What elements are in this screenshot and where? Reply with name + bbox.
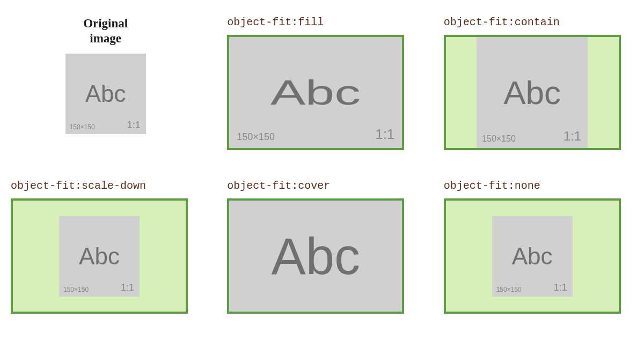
label-contain: object-fit:contain	[444, 16, 560, 28]
object-fit-demo-grid: Original image Abc 150×150 1:1 object-fi…	[11, 16, 633, 314]
cell-fill: object-fit:fill Abc 150×150 1:1	[227, 16, 416, 150]
sample-ratio: 1:1	[564, 129, 581, 144]
box-none: Abc 150×150 1:1	[444, 198, 621, 314]
sample-ratio: 1:1	[121, 282, 134, 293]
sample-text: Abc	[85, 80, 126, 107]
sample-image-original: Abc 150×150 1:1	[65, 54, 146, 134]
sample-ratio: 1:1	[554, 282, 567, 293]
cell-scale-down: object-fit:scale-down Abc 150×150 1:1	[11, 180, 200, 314]
sample-image-none: Abc 150×150 1:1	[492, 216, 573, 297]
sample-image-scale-down: Abc 150×150 1:1	[59, 216, 140, 297]
cell-contain: object-fit:contain Abc 150×150 1:1	[444, 16, 633, 150]
label-fill: object-fit:fill	[227, 16, 324, 28]
sample-dimensions: 150×150	[63, 286, 89, 293]
sample-ratio: 1:1	[127, 120, 141, 131]
sample-dimensions: 150×150	[237, 131, 275, 143]
label-scale-down: object-fit:scale-down	[11, 180, 146, 192]
box-scale-down: Abc 150×150 1:1	[11, 198, 188, 314]
box-cover: Abc 150×150 1:1	[227, 198, 404, 314]
sample-text: Abc	[270, 72, 361, 113]
cell-none: object-fit:none Abc 150×150 1:1	[444, 180, 633, 314]
sample-ratio: 1:1	[375, 126, 394, 143]
sample-dimensions: 150×150	[70, 123, 95, 131]
sample-text: Abc	[512, 243, 553, 270]
sample-image-cover: Abc 150×150 1:1	[229, 201, 402, 312]
sample-dimensions: 150×150	[482, 134, 516, 144]
label-cover: object-fit:cover	[227, 180, 330, 192]
sample-text: Abc	[503, 73, 561, 112]
sample-text: Abc	[272, 227, 360, 286]
sample-image-fill: Abc 150×150 1:1	[229, 37, 402, 148]
box-fill: Abc 150×150 1:1	[227, 35, 404, 150]
sample-image-contain: Abc 150×150 1:1	[477, 37, 588, 148]
box-contain: Abc 150×150 1:1	[444, 35, 621, 150]
cell-cover: object-fit:cover Abc 150×150 1:1	[227, 180, 416, 314]
cell-original: Original image Abc 150×150 1:1	[11, 16, 200, 150]
sample-dimensions: 150×150	[496, 286, 522, 293]
label-original: Original image	[83, 16, 128, 46]
sample-text: Abc	[79, 243, 120, 270]
label-none: object-fit:none	[444, 180, 540, 192]
